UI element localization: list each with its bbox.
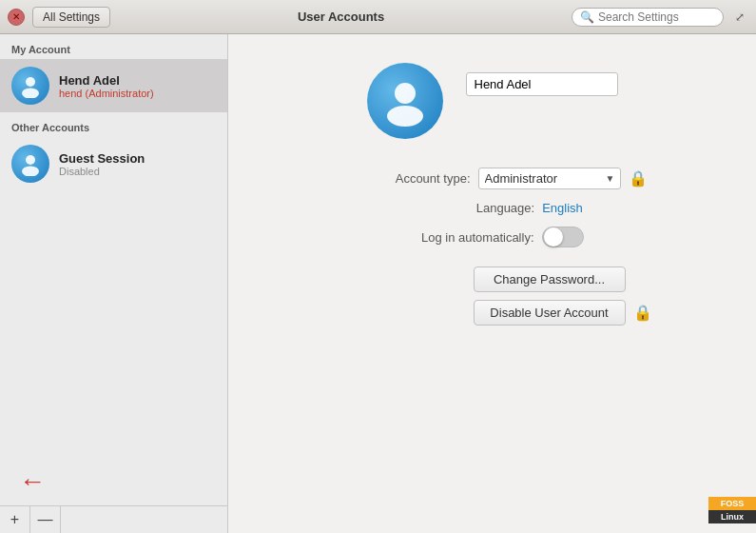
search-icon: 🔍 [580,10,594,24]
auto-login-row: Log in automatically: [333,227,652,247]
arrow-area: ← [0,458,227,505]
avatar-hend [11,67,49,105]
profile-section [266,63,718,139]
search-box[interactable]: 🔍 [572,8,724,27]
fields-block: Account type: Administrator Standard ▼ 🔒… [333,168,652,326]
content-area: Account type: Administrator Standard ▼ 🔒… [228,34,756,533]
sidebar-bottom-bar: + — [0,505,227,533]
my-account-label: My Account [0,34,227,59]
change-password-button[interactable]: Change Password... [474,266,626,292]
account-name-hend: Hend Adel [59,73,154,88]
language-row: Language: English [333,201,652,215]
titlebar: ✕ All Settings User Accounts 🔍 ⤢ [0,0,756,34]
foss-bottom: Linux [708,510,756,523]
profile-details [466,72,618,96]
svg-point-2 [26,155,35,165]
account-type-select[interactable]: Administrator Standard [478,168,621,189]
account-type-label: Account type: [338,171,471,186]
toggle-knob [544,227,563,247]
account-info-hend: Hend Adel hend (Administrator) [59,73,154,99]
avatar-guest [11,145,49,183]
foss-top: FOSS [708,497,756,510]
disable-account-row: Disable User Account 🔒 [474,300,652,326]
red-arrow-icon: ← [19,468,46,495]
profile-avatar[interactable] [367,63,443,139]
main-layout: My Account Hend Adel hend (Administrator… [0,34,756,533]
sidebar: My Account Hend Adel hend (Administrator… [0,34,228,533]
svg-point-0 [26,77,35,87]
content-wrapper: Account type: Administrator Standard ▼ 🔒… [228,34,756,354]
add-account-button[interactable]: + [0,506,30,533]
svg-point-4 [395,83,416,104]
remove-account-button[interactable]: — [30,506,61,533]
close-button[interactable]: ✕ [8,9,25,26]
account-info-guest: Guest Session Disabled [59,151,145,177]
account-type-lock-icon[interactable]: 🔒 [629,169,648,188]
change-password-row: Change Password... [474,266,626,292]
expand-icon[interactable]: ⤢ [731,9,748,26]
other-accounts-label: Other Accounts [0,112,227,137]
window-title: User Accounts [118,10,564,24]
svg-point-1 [22,89,39,99]
account-type-select-wrapper: Administrator Standard ▼ [478,168,621,189]
buttons-row: Change Password... Disable User Account … [333,263,652,326]
svg-point-3 [22,167,39,177]
search-input[interactable] [598,10,712,24]
language-label: Language: [401,201,534,215]
foss-badge: FOSS Linux [708,497,756,533]
sidebar-item-hend[interactable]: Hend Adel hend (Administrator) [0,59,227,112]
auto-login-toggle[interactable] [542,227,584,247]
svg-point-5 [387,106,423,127]
account-name-guest: Guest Session [59,151,145,166]
language-value[interactable]: English [542,201,583,215]
buttons-section: Change Password... Disable User Account … [474,266,652,326]
username-input[interactable] [466,72,618,96]
account-type-row: Account type: Administrator Standard ▼ 🔒 [333,168,652,189]
sidebar-item-guest[interactable]: Guest Session Disabled [0,137,227,190]
all-settings-button[interactable]: All Settings [32,7,110,28]
account-sub-hend: hend (Administrator) [59,88,154,99]
disable-account-lock-icon[interactable]: 🔒 [633,304,652,322]
account-sub-guest: Disabled [59,166,145,177]
disable-account-button[interactable]: Disable User Account [474,300,626,326]
auto-login-label: Log in automatically: [401,230,534,245]
